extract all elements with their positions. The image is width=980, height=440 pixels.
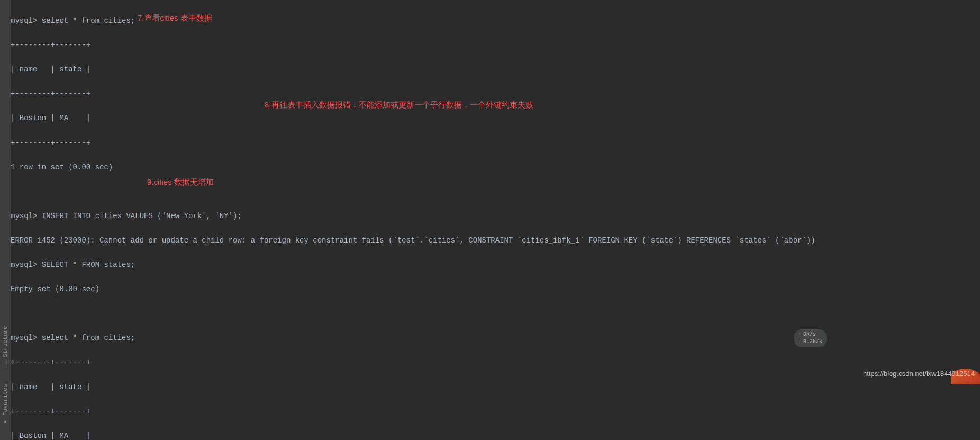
terminal-line: ERROR 1452 (23000): Cannot add or update… xyxy=(11,235,980,247)
terminal-line: | name | state | xyxy=(11,64,980,76)
upload-speed: 0K/s xyxy=(803,331,816,338)
terminal-output[interactable]: mysql> select * from cities; +--------+-… xyxy=(11,0,980,440)
sidebar-favorites[interactable]: ★ Favorites xyxy=(1,384,10,427)
terminal-line xyxy=(11,308,980,320)
terminal-line: | Boston | MA | xyxy=(11,430,980,440)
terminal-line: | Boston | MA | xyxy=(11,112,980,124)
annotation-8: 8.再往表中插入数据报错：不能添加或更新一个子行数据，一个外键约束失败 xyxy=(265,98,533,112)
terminal-line: 1 row in set (0.00 sec) xyxy=(11,161,980,174)
download-speed: 0.2K/s xyxy=(803,338,822,346)
terminal-line: +--------+-------+ xyxy=(11,356,980,369)
watermark-url: https://blog.csdn.net/lxw1844912514 xyxy=(863,368,975,379)
terminal-line: mysql> INSERT INTO cities VALUES ('New Y… xyxy=(11,210,980,222)
network-speed-badge: ↑ 0K/s ↓ 0.2K/s xyxy=(794,329,827,347)
terminal-line: | name | state | xyxy=(11,381,980,393)
terminal-line: mysql> SELECT * FROM states; xyxy=(11,259,980,271)
star-icon: ★ xyxy=(4,418,7,427)
sidebar-structure[interactable]: ⬚ Structure xyxy=(1,326,10,369)
terminal-line: +--------+-------+ xyxy=(11,137,980,149)
terminal-line: +--------+-------+ xyxy=(11,406,980,418)
upload-arrow-icon: ↑ xyxy=(798,331,801,338)
structure-icon: ⬚ xyxy=(4,360,7,369)
annotation-7: 7.查看cities 表中数据 xyxy=(138,12,212,25)
terminal-line: mysql> select * from cities; xyxy=(11,332,980,344)
terminal-line: Empty set (0.00 sec) xyxy=(11,283,980,295)
terminal-line: +--------+-------+ xyxy=(11,39,980,51)
sidebar-favorites-label: Favorites xyxy=(1,384,10,416)
download-arrow-icon: ↓ xyxy=(798,339,801,346)
annotation-9: 9.cities 数据无增加 xyxy=(147,176,214,189)
sidebar-structure-label: Structure xyxy=(1,326,10,357)
ide-sidebar: ⬚ Structure ★ Favorites xyxy=(0,0,11,440)
